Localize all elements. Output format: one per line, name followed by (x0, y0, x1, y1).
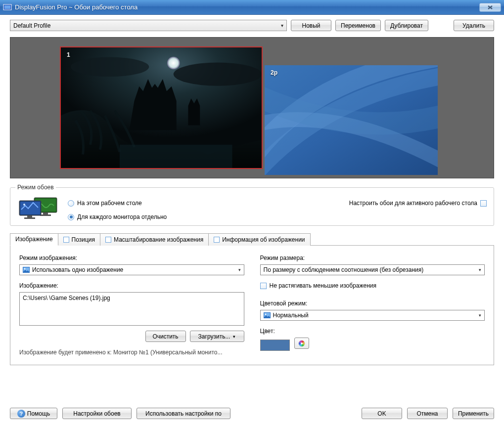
monitor-1-preview[interactable]: 1 (60, 46, 263, 169)
footer-bar: ? Помощь Настройки обоев Использовать на… (0, 408, 504, 419)
color-mode-label: Цветовой режим: (260, 300, 485, 307)
tab-position-label: Позиция (72, 236, 95, 243)
tab-image-label: Изображение (15, 236, 53, 243)
image-path-value: C:\Users\ \Game Scenes (19).jpg (23, 295, 110, 301)
radio-icon (68, 214, 74, 220)
svg-rect-11 (40, 214, 51, 216)
svg-rect-6 (120, 145, 232, 168)
cancel-button[interactable]: Отмена (407, 408, 448, 419)
dual-monitor-icon (17, 197, 59, 220)
active-desktop-checkbox[interactable] (480, 200, 487, 207)
tab-position-checkbox-icon (63, 237, 69, 243)
no-stretch-label: Не растягивать меньшие изображения (270, 282, 376, 289)
color-picker-button[interactable] (294, 338, 309, 349)
image-path-box[interactable]: C:\Users\ \Game Scenes (19).jpg (19, 292, 244, 326)
radio-each-label: Для каждого монитора отдельно (77, 213, 167, 220)
tab-info[interactable]: Информация об изображении (208, 233, 310, 246)
size-mode-label: Режим размера: (260, 255, 485, 261)
size-mode-select[interactable]: По размеру с соблюдением соотношения (бе… (260, 264, 485, 275)
svg-rect-15 (27, 215, 32, 217)
ok-button[interactable]: OK (362, 408, 402, 419)
help-label: Помощь (27, 410, 50, 417)
svg-point-14 (23, 204, 25, 206)
wallpaper-mode-group: Режим обоев (10, 187, 494, 226)
svg-point-5 (174, 63, 262, 86)
wallpaper-settings-button[interactable]: Настройки обоев (62, 408, 132, 419)
wallpaper-mode-legend: Режим обоев (15, 184, 56, 191)
window-title: DisplayFusion Pro ~ Обои рабочего стола (15, 3, 479, 11)
size-mode-value: По размеру с соблюдением соотношения (бе… (264, 266, 424, 273)
rename-profile-button[interactable]: Переименов (335, 20, 381, 31)
color-label: Цвет: (260, 328, 485, 335)
help-button[interactable]: ? Помощь (10, 408, 57, 419)
new-profile-button[interactable]: Новый (291, 20, 331, 31)
tab-info-label: Информация об изображении (222, 236, 305, 243)
svg-point-3 (167, 57, 180, 70)
active-desktop-label: Настроить обои для активного рабочего ст… (349, 200, 477, 207)
svg-point-4 (71, 57, 149, 77)
tab-scaling-checkbox-icon (105, 237, 111, 243)
tab-strip: Изображение Позиция Масштабирование изоб… (10, 233, 494, 246)
image-mode-value: Использовать одно изображение (32, 266, 123, 273)
profile-row: Default Profile Новый Переименов Дублиро… (10, 20, 494, 31)
monitor-preview-area: 1 (10, 37, 494, 178)
duplicate-profile-button[interactable]: Дублироват (385, 20, 428, 31)
help-icon: ? (17, 410, 25, 418)
svg-point-19 (24, 268, 26, 270)
svg-rect-16 (24, 217, 35, 219)
monitor-1-wallpaper-thumb (61, 47, 262, 168)
radio-icon (68, 200, 74, 207)
radio-each-monitor[interactable]: Для каждого монитора отдельно (68, 213, 167, 220)
monitor-1-label: 1 (67, 51, 70, 58)
tab-scaling-label: Масштабирование изображения (114, 236, 203, 243)
svg-rect-10 (43, 213, 48, 214)
monitor-2-preview[interactable]: 2p (265, 65, 438, 175)
close-button[interactable] (479, 3, 501, 12)
svg-point-24 (301, 342, 303, 344)
radio-same-desktop[interactable]: На этом рабочем столе (68, 200, 167, 207)
tab-info-checkbox-icon (214, 237, 220, 243)
svg-point-22 (265, 314, 266, 315)
color-mode-value: Нормальный (273, 312, 309, 319)
tab-scaling[interactable]: Масштабирование изображения (100, 233, 209, 246)
apply-button[interactable]: Применить (453, 408, 494, 419)
picture-icon (23, 267, 30, 273)
tab-content-image: Режим изображения: Использовать одно изо… (10, 246, 494, 365)
applied-to-text: Изображение будет применено к: Монитор №… (19, 349, 244, 356)
load-button[interactable]: Загрузить... (190, 331, 244, 342)
monitor-2-label: 2p (271, 69, 277, 76)
image-mode-label: Режим изображения: (19, 255, 244, 261)
image-path-label: Изображение: (19, 282, 244, 289)
use-defaults-button[interactable]: Использовать настройки по (137, 408, 230, 419)
radio-same-label: На этом рабочем столе (77, 200, 142, 207)
titlebar: DisplayFusion Pro ~ Обои рабочего стола (0, 0, 504, 15)
svg-rect-1 (4, 5, 10, 9)
color-mode-select[interactable]: Нормальный (260, 310, 485, 321)
delete-profile-button[interactable]: Удалить (454, 20, 494, 31)
image-mode-select[interactable]: Использовать одно изображение (19, 264, 244, 275)
color-wheel-icon (298, 340, 305, 347)
clear-button[interactable]: Очистить (145, 331, 186, 342)
profile-select-value: Default Profile (13, 22, 50, 29)
tab-image[interactable]: Изображение (10, 233, 58, 246)
picture-icon (264, 312, 271, 318)
tab-position[interactable]: Позиция (58, 233, 100, 246)
monitor-2-wallpaper-thumb (265, 65, 438, 175)
close-icon (487, 5, 494, 10)
no-stretch-checkbox[interactable] (260, 283, 267, 289)
color-swatch[interactable] (260, 340, 290, 351)
profile-select[interactable]: Default Profile (10, 20, 287, 31)
app-icon (3, 3, 12, 12)
